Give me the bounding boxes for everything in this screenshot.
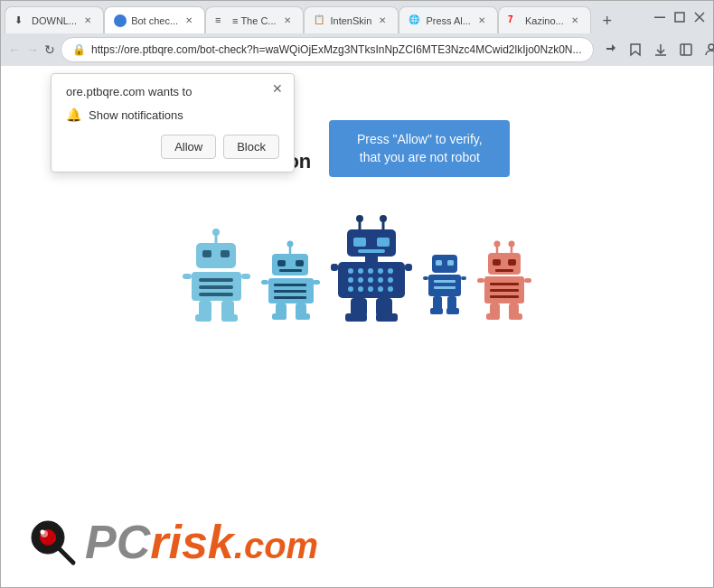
svg-rect-94 <box>490 289 519 292</box>
svg-point-107 <box>41 529 45 534</box>
pcrisk-text: PCrisk.com <box>85 515 318 569</box>
close-button[interactable] <box>693 11 706 23</box>
svg-rect-30 <box>279 269 302 272</box>
svg-rect-34 <box>274 296 306 299</box>
svg-rect-49 <box>365 257 378 262</box>
tab-close-3[interactable]: ✕ <box>281 14 294 27</box>
svg-rect-1 <box>675 13 684 22</box>
svg-rect-66 <box>331 264 338 271</box>
tab-favicon-2 <box>114 14 127 27</box>
tab-intenskin[interactable]: 📋 IntenSkin ✕ <box>304 6 399 33</box>
tab-kazino[interactable]: 7 Kazino... ✕ <box>498 6 591 33</box>
svg-point-61 <box>348 286 353 292</box>
tab-close-1[interactable]: ✕ <box>81 14 94 27</box>
tab-favicon-3: ≡ <box>215 14 228 27</box>
maximize-button[interactable] <box>673 11 686 23</box>
robot-2 <box>261 240 320 322</box>
svg-point-63 <box>368 286 373 292</box>
svg-rect-32 <box>274 284 306 286</box>
svg-point-64 <box>378 286 383 292</box>
tab-close-2[interactable]: ✕ <box>183 14 195 27</box>
svg-rect-91 <box>495 269 513 272</box>
svg-point-11 <box>212 229 220 236</box>
page-content: ✕ ore.ptbqre.com wants to 🔔 Show notific… <box>1 66 713 587</box>
verification-badge: Press "Allow" to verify, that you are no… <box>329 120 510 177</box>
svg-rect-95 <box>490 295 519 298</box>
tab-botcheck[interactable]: Bot chec... ✕ <box>104 6 205 33</box>
allow-button[interactable]: Allow <box>161 135 216 159</box>
tab-favicon-4: 📋 <box>314 14 326 27</box>
minimize-button[interactable] <box>653 11 666 23</box>
tab-close-4[interactable]: ✕ <box>376 14 389 27</box>
svg-point-9 <box>709 44 714 50</box>
svg-rect-19 <box>183 274 192 279</box>
popup-title: ore.ptbqre.com wants to <box>66 85 279 98</box>
window-controls <box>653 11 706 23</box>
popup-buttons: Allow Block <box>66 135 279 159</box>
tab-download[interactable]: ⬇ DOWNL... ✕ <box>5 6 104 33</box>
svg-point-52 <box>358 268 363 274</box>
svg-rect-73 <box>436 260 442 266</box>
bookmark-button[interactable] <box>625 39 646 61</box>
svg-rect-96 <box>477 278 484 283</box>
svg-rect-46 <box>353 238 366 247</box>
svg-point-57 <box>358 277 363 283</box>
svg-rect-39 <box>272 313 287 320</box>
tab-close-6[interactable]: ✕ <box>568 14 581 27</box>
popup-close-button[interactable]: ✕ <box>270 81 285 96</box>
svg-rect-18 <box>199 293 233 296</box>
svg-line-104 <box>59 548 73 563</box>
robot-3 <box>331 213 412 322</box>
pcrisk-logo-icon <box>28 518 78 567</box>
reload-button[interactable]: ↻ <box>44 37 55 62</box>
svg-rect-48 <box>358 249 385 253</box>
address-text: https://ore.ptbqre.com/bot-check?h=waWQi… <box>91 43 582 56</box>
svg-rect-29 <box>296 260 304 266</box>
popup-notification-label: Show notifications <box>89 108 183 122</box>
sidebar-button[interactable] <box>675 39 697 61</box>
address-input[interactable]: 🔒 https://ore.ptbqre.com/bot-check?h=waW… <box>61 37 594 62</box>
profile-button[interactable] <box>700 39 714 61</box>
svg-rect-77 <box>434 286 456 289</box>
svg-point-55 <box>388 268 393 274</box>
svg-point-85 <box>494 241 501 247</box>
tab-pressall[interactable]: 🌐 Press Al... ✕ <box>399 6 498 33</box>
back-button[interactable]: ← <box>8 37 21 62</box>
svg-rect-79 <box>461 276 466 280</box>
robot-1 <box>183 227 250 322</box>
svg-rect-16 <box>199 278 233 282</box>
block-button[interactable]: Block <box>223 135 279 159</box>
svg-rect-75 <box>428 275 461 296</box>
svg-rect-82 <box>430 308 443 314</box>
svg-rect-20 <box>241 274 250 279</box>
bell-icon: 🔔 <box>66 107 81 122</box>
tab-close-5[interactable]: ✕ <box>475 14 488 27</box>
new-tab-button[interactable]: + <box>595 8 620 33</box>
tab-label-1: DOWNL... <box>32 15 77 26</box>
svg-point-60 <box>388 277 393 283</box>
svg-rect-71 <box>376 313 398 322</box>
svg-rect-76 <box>434 280 456 283</box>
svg-rect-101 <box>509 313 522 320</box>
svg-rect-74 <box>447 260 454 266</box>
svg-point-26 <box>287 241 294 247</box>
svg-rect-67 <box>405 264 412 271</box>
risk-text: risk <box>150 516 234 568</box>
svg-point-62 <box>358 286 363 292</box>
tabs-area: ⬇ DOWNL... ✕ Bot chec... ✕ ≡ ≡ The C... … <box>5 1 646 33</box>
svg-point-42 <box>356 215 363 222</box>
svg-marker-4 <box>631 44 640 55</box>
svg-point-51 <box>348 268 353 274</box>
share-button[interactable] <box>599 39 621 61</box>
forward-button[interactable]: → <box>26 37 39 62</box>
tab-label-6: Kazino... <box>525 15 564 26</box>
svg-rect-13 <box>202 250 211 257</box>
svg-rect-36 <box>313 280 320 285</box>
tab-label-5: Press Al... <box>426 15 471 26</box>
tab-favicon-6: 7 <box>508 14 521 27</box>
browser-window: ⬇ DOWNL... ✕ Bot chec... ✕ ≡ ≡ The C... … <box>0 0 714 588</box>
download-button[interactable] <box>650 39 672 61</box>
tab-thec[interactable]: ≡ ≡ The C... ✕ <box>205 6 303 33</box>
svg-rect-17 <box>199 285 233 289</box>
svg-rect-40 <box>296 313 310 320</box>
